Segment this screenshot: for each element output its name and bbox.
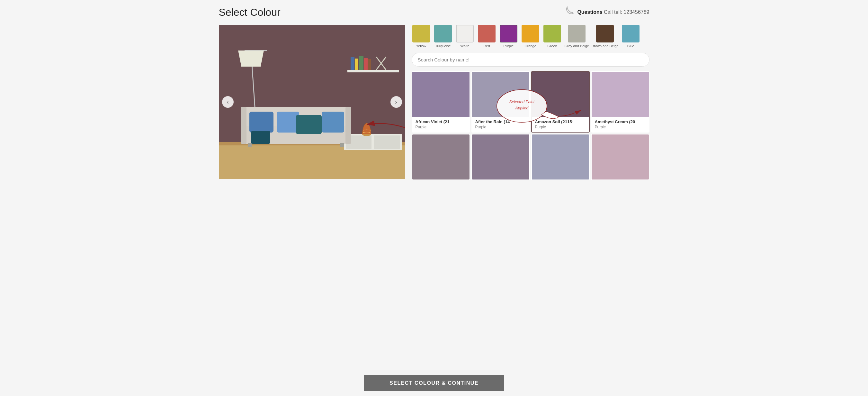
swatch-circle-green: [544, 25, 561, 43]
svg-rect-16: [374, 136, 400, 149]
swatch-circle-brown-beige: [596, 25, 614, 43]
right-panel: YellowTurquoiseWhiteRedPurpleOrangeGreen…: [412, 25, 649, 180]
svg-marker-13: [238, 51, 264, 66]
swatch-label-red: Red: [483, 44, 490, 48]
colour-card-name-after-the-rain: After the Rain (14: [475, 119, 526, 125]
colour-card-info-african-violet: African Violet (21Purple: [412, 117, 469, 132]
svg-rect-22: [248, 143, 252, 147]
colour-swatch-block-card8: [592, 135, 649, 179]
swatch-white[interactable]: White: [455, 25, 475, 48]
swatch-turquoise[interactable]: Turquoise: [434, 25, 453, 48]
swatch-purple[interactable]: Purple: [499, 25, 518, 48]
colour-swatch-block-after-the-rain: [472, 72, 529, 117]
svg-rect-25: [277, 112, 299, 133]
colour-card-name-amethyst-cream: Amethyst Cream (20: [595, 119, 646, 125]
colour-card-african-violet[interactable]: African Violet (21Purple: [412, 71, 470, 133]
swatch-circle-gray-beige: [568, 25, 586, 43]
swatch-brown-beige[interactable]: Brown and Beige: [592, 25, 619, 48]
swatch-label-green: Green: [547, 44, 557, 48]
swatch-label-yellow: Yellow: [416, 44, 426, 48]
swatch-label-brown-beige: Brown and Beige: [592, 44, 619, 48]
colour-swatch-block-amethyst-cream: [592, 72, 649, 117]
swatch-label-turquoise: Turquoise: [435, 44, 451, 48]
svg-rect-4: [351, 57, 354, 70]
svg-rect-21: [345, 107, 351, 144]
svg-rect-3: [347, 70, 399, 73]
swatch-label-white: White: [460, 44, 469, 48]
colour-swatch-block-african-violet: [412, 72, 469, 117]
swatch-label-orange: Orange: [524, 44, 536, 48]
swatch-yellow[interactable]: Yellow: [412, 25, 431, 48]
svg-rect-26: [296, 115, 322, 134]
colour-card-info-after-the-rain: After the Rain (14Purple: [472, 117, 529, 132]
colour-card-info-amazon-soil: Amazon Soil (2115-Purple: [532, 117, 589, 132]
swatch-gray-beige[interactable]: Gray and Beige: [565, 25, 589, 48]
colour-card-category-amethyst-cream: Purple: [595, 125, 646, 129]
swatch-circle-yellow: [412, 25, 430, 43]
colour-swatch-block-amazon-soil: [532, 72, 589, 117]
swatch-label-gray-beige: Gray and Beige: [565, 44, 589, 48]
colour-swatch-block-card5: [412, 135, 469, 179]
swatch-circle-orange: [522, 25, 539, 43]
swatch-circle-blue: [622, 25, 640, 43]
colour-card-after-the-rain[interactable]: After the Rain (14Purple: [471, 71, 530, 133]
svg-rect-28: [251, 131, 270, 144]
colour-swatches-row: YellowTurquoiseWhiteRedPurpleOrangeGreen…: [412, 25, 649, 48]
colour-card-card5[interactable]: [412, 134, 470, 180]
phone-icon: [565, 6, 574, 18]
contact-info: Questions Call tell: 123456789: [565, 6, 649, 18]
colour-card-name-african-violet: African Violet (21: [415, 119, 466, 125]
search-input[interactable]: [412, 53, 649, 66]
swatch-circle-turquoise: [434, 25, 452, 43]
swatch-red[interactable]: Red: [477, 25, 496, 48]
colour-card-card7[interactable]: [531, 134, 590, 180]
swatch-label-blue: Blue: [627, 44, 634, 48]
swatch-circle-white: [456, 25, 474, 43]
colour-swatch-block-card6: [472, 135, 529, 179]
colour-card-info-amethyst-cream: Amethyst Cream (20Purple: [592, 117, 649, 132]
select-continue-button[interactable]: SELECT COLOUR & CONTINUE: [364, 375, 504, 391]
colour-swatch-block-card7: [532, 135, 589, 179]
swatch-circle-red: [478, 25, 496, 43]
colour-card-category-african-violet: Purple: [415, 125, 466, 129]
swatch-orange[interactable]: Orange: [521, 25, 540, 48]
svg-rect-27: [322, 112, 344, 133]
colour-card-amethyst-cream[interactable]: Amethyst Cream (20Purple: [591, 71, 649, 133]
svg-rect-6: [359, 56, 364, 70]
swatch-blue[interactable]: Blue: [621, 25, 641, 48]
colour-card-category-amazon-soil: Purple: [535, 125, 586, 129]
colour-grid: African Violet (21PurpleAfter the Rain (…: [412, 71, 649, 180]
bottom-bar: SELECT COLOUR & CONTINUE: [0, 370, 868, 396]
svg-rect-8: [368, 59, 371, 70]
questions-text: Questions Call tell: 123456789: [577, 9, 649, 15]
next-arrow[interactable]: ›: [391, 96, 402, 108]
swatch-circle-purple: [500, 25, 517, 43]
svg-rect-24: [249, 112, 274, 133]
swatch-label-purple: Purple: [503, 44, 514, 48]
svg-rect-5: [355, 59, 358, 70]
svg-rect-20: [241, 107, 247, 144]
svg-rect-23: [340, 143, 344, 147]
svg-rect-7: [364, 58, 368, 70]
colour-card-card8[interactable]: [591, 134, 649, 180]
swatch-green[interactable]: Green: [543, 25, 562, 48]
colour-card-card6[interactable]: [471, 134, 530, 180]
colour-card-amazon-soil[interactable]: Amazon Soil (2115-Purple: [531, 71, 590, 133]
colour-card-category-after-the-rain: Purple: [475, 125, 526, 129]
room-preview: ‹ ›: [219, 25, 405, 179]
prev-arrow[interactable]: ‹: [222, 96, 234, 108]
colour-card-name-amazon-soil: Amazon Soil (2115-: [535, 119, 586, 125]
